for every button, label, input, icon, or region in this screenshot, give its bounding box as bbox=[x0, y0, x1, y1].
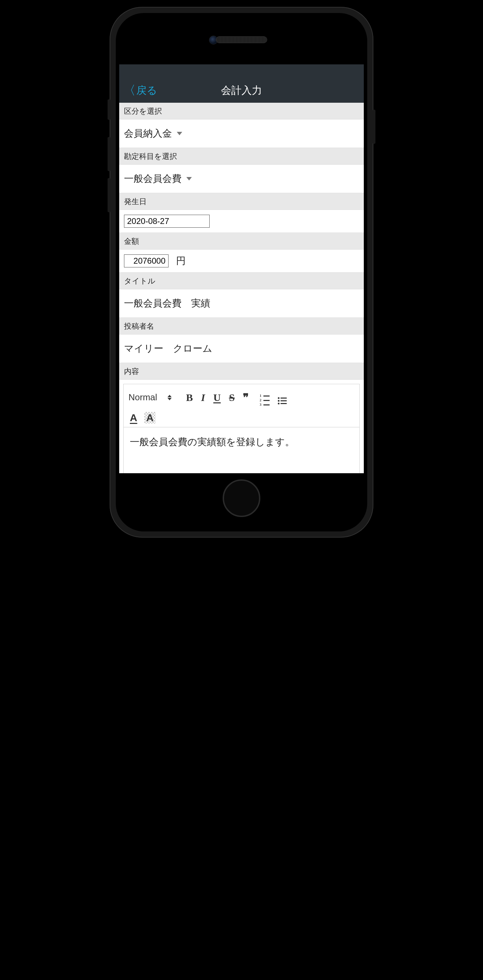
status-bar bbox=[119, 64, 364, 78]
unordered-list-icon bbox=[278, 397, 287, 404]
author-value: マイリー クローム bbox=[124, 342, 212, 355]
ordered-list-icon: 1 2 3 bbox=[260, 394, 269, 406]
unordered-list-button[interactable] bbox=[276, 390, 288, 405]
category-value: 会員納入金 bbox=[124, 127, 172, 140]
phone-frame: 〈 戻る 会計入力 区分を選択 会員納入金 勘定科目を選択 一般会員会費 bbox=[110, 7, 373, 538]
speaker-grill bbox=[216, 36, 267, 43]
editor-wrap: Normal B I U S bbox=[119, 380, 364, 473]
back-button[interactable]: 〈 戻る bbox=[123, 84, 157, 98]
italic-button[interactable]: I bbox=[200, 392, 207, 403]
ordered-list-button[interactable]: 1 2 3 bbox=[258, 388, 271, 407]
page-title: 会計入力 bbox=[221, 84, 262, 98]
editor-body[interactable]: 一般会員会費の実績額を登録します。 bbox=[124, 427, 359, 473]
title-row[interactable]: 一般会員会費 実績 bbox=[119, 290, 364, 318]
form-content: 区分を選択 会員納入金 勘定科目を選択 一般会員会費 発生日 金額 bbox=[119, 103, 364, 473]
volume-down-button bbox=[108, 178, 110, 212]
text-color-button[interactable]: A bbox=[129, 412, 139, 423]
date-input[interactable] bbox=[124, 215, 210, 228]
sort-icon bbox=[167, 395, 172, 400]
background-color-button[interactable]: A bbox=[144, 412, 156, 423]
date-row bbox=[119, 210, 364, 233]
title-section-header: タイトル bbox=[119, 272, 364, 290]
bold-button[interactable]: B bbox=[185, 392, 194, 403]
earpiece-area bbox=[119, 16, 364, 64]
power-button bbox=[373, 110, 375, 144]
style-select[interactable]: Normal bbox=[129, 392, 177, 402]
nav-bar: 〈 戻る 会計入力 bbox=[119, 78, 364, 103]
editor-toolbar: Normal B I U S bbox=[124, 384, 359, 427]
back-label: 戻る bbox=[136, 84, 157, 98]
amount-row: 円 bbox=[119, 250, 364, 272]
content-section-header: 内容 bbox=[119, 363, 364, 380]
chevron-left-icon: 〈 bbox=[123, 84, 135, 97]
volume-up-button bbox=[108, 137, 110, 171]
mute-switch bbox=[108, 99, 110, 120]
blockquote-button[interactable]: ❞ bbox=[241, 391, 250, 404]
author-section-header: 投稿者名 bbox=[119, 318, 364, 334]
category-section-header: 区分を選択 bbox=[119, 103, 364, 119]
date-section-header: 発生日 bbox=[119, 193, 364, 210]
amount-section-header: 金額 bbox=[119, 233, 364, 250]
amount-unit: 円 bbox=[176, 255, 186, 267]
app-screen: 〈 戻る 会計入力 区分を選択 会員納入金 勘定科目を選択 一般会員会費 bbox=[119, 64, 364, 473]
color-group: A A bbox=[129, 412, 355, 423]
account-section-header: 勘定科目を選択 bbox=[119, 148, 364, 165]
home-button[interactable] bbox=[223, 479, 260, 517]
editor-text: 一般会員会費の実績額を登録します。 bbox=[130, 437, 295, 447]
caret-down-icon bbox=[177, 132, 182, 135]
title-value: 一般会員会費 実績 bbox=[124, 297, 210, 310]
caret-down-icon bbox=[187, 177, 192, 180]
account-dropdown[interactable]: 一般会員会費 bbox=[119, 165, 364, 193]
style-select-label: Normal bbox=[129, 392, 157, 402]
underline-button[interactable]: U bbox=[212, 392, 222, 403]
list-group: 1 2 3 bbox=[258, 388, 288, 407]
rich-text-editor: Normal B I U S bbox=[123, 384, 360, 473]
account-value: 一般会員会費 bbox=[124, 172, 182, 185]
amount-input[interactable] bbox=[124, 255, 169, 267]
category-dropdown[interactable]: 会員納入金 bbox=[119, 119, 364, 148]
format-group: B I U S ❞ bbox=[185, 391, 250, 404]
strikethrough-button[interactable]: S bbox=[228, 392, 236, 403]
author-row[interactable]: マイリー クローム bbox=[119, 334, 364, 363]
